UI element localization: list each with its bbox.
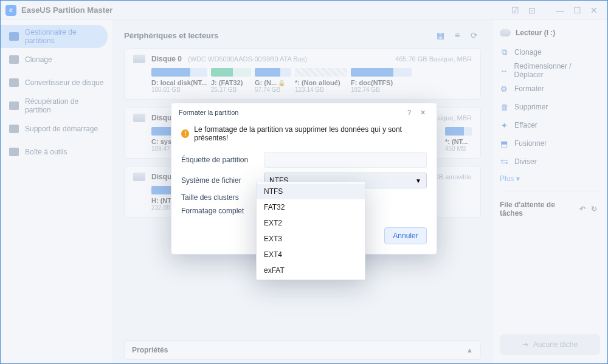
warning-icon: ! [181, 129, 189, 138]
dialog-title: Formater la partition [179, 109, 238, 116]
dialog-close-icon[interactable]: ✕ [416, 109, 429, 117]
cancel-button[interactable]: Annuler [384, 227, 427, 244]
filesystem-option[interactable]: NTFS [257, 184, 365, 199]
filesystem-label: Système de fichier [181, 176, 257, 185]
filesystem-option[interactable]: EXT2 [257, 215, 365, 231]
partition-label-label: Étiquette de partition [181, 156, 257, 164]
dialog-warning-text: Le formatage de la partition va supprime… [194, 125, 427, 142]
filesystem-option[interactable]: FAT32 [257, 199, 365, 215]
filesystem-option[interactable]: EXT4 [257, 247, 365, 263]
filesystem-dropdown: NTFSFAT32EXT2EXT3EXT4exFAT [256, 182, 365, 280]
chevron-down-icon: ▼ [415, 177, 421, 184]
partition-label-input[interactable] [264, 152, 427, 168]
full-format-label: Formatage complet [181, 207, 257, 215]
filesystem-option[interactable]: exFAT [257, 263, 365, 278]
filesystem-option[interactable]: EXT3 [257, 231, 365, 247]
cluster-size-label: Taille des clusters [181, 193, 257, 202]
help-icon[interactable]: ? [402, 109, 416, 116]
